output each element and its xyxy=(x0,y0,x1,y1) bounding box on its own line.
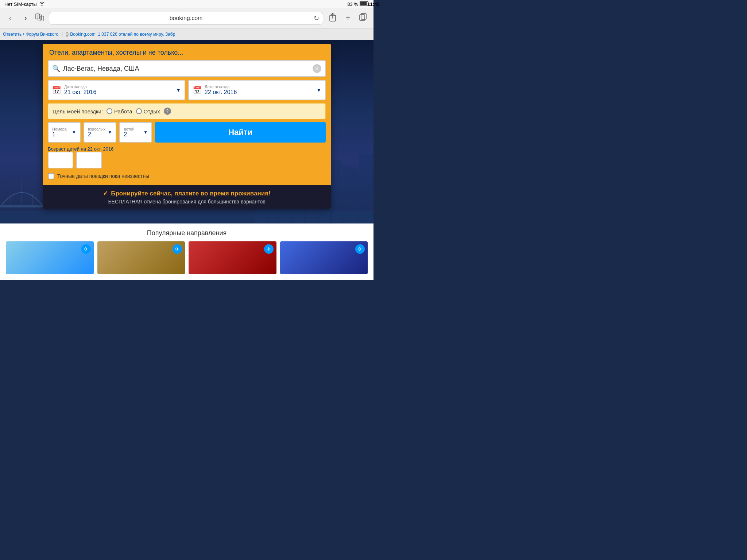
children-age-label: Возраст детей на 22 окт. 2016 xyxy=(48,146,326,152)
browser-toolbar: ‹ › booking.com ↻ + xyxy=(0,8,374,28)
promo-line2: БЕСПЛАТНАЯ отмена бронирования для больш… xyxy=(49,199,324,205)
promo-banner: ✓ Бронируйте сейчас, платите во время пр… xyxy=(43,185,331,209)
promo-main-text: Бронируйте сейчас, платите во время прож… xyxy=(111,190,271,197)
checkout-label: Дата отъезда xyxy=(205,85,313,89)
plane-icon-2: ✈ xyxy=(175,246,179,252)
children-age-section: Возраст детей на 22 окт. 2016 xyxy=(48,145,326,168)
svg-rect-21 xyxy=(343,167,357,225)
destination-card-3[interactable]: ✈ xyxy=(189,241,276,274)
svg-rect-5 xyxy=(38,15,42,20)
status-right: 83 % xyxy=(347,1,369,7)
radio-work-circle xyxy=(107,108,112,114)
adults-content: взрослых 2 xyxy=(88,127,105,138)
checkin-arrow: ▼ xyxy=(176,87,181,93)
checkout-arrow: ▼ xyxy=(316,87,321,93)
adults-arrow: ▼ xyxy=(108,130,112,135)
destinations-grid: ✈ ✈ ✈ ✈ xyxy=(6,241,368,274)
plane-badge-4: ✈ xyxy=(355,244,365,254)
clear-button[interactable]: ✕ xyxy=(313,64,321,73)
url-text: booking.com xyxy=(170,15,203,22)
widget-header: Отели, апартаменты, хостелы и не только.… xyxy=(43,44,331,60)
tab-booking-label: Booking.com: 1 037 026 отелей по всему м… xyxy=(70,32,175,37)
plane-icon-4: ✈ xyxy=(358,246,362,252)
rooms-label: Номера xyxy=(52,127,70,131)
forward-button[interactable]: › xyxy=(20,13,31,23)
help-icon[interactable]: ? xyxy=(164,108,171,115)
svg-rect-13 xyxy=(0,205,47,207)
children-content: детей 2 xyxy=(124,127,141,138)
flexible-dates-label: Точные даты поездки пока неизвестны xyxy=(57,173,149,179)
add-tab-button[interactable]: + xyxy=(342,14,354,22)
svg-point-0 xyxy=(41,5,42,6)
purpose-label: Цель моей поездки: xyxy=(53,108,103,114)
child-age-1[interactable] xyxy=(48,152,73,168)
carrier-label: Нет SIM-карты xyxy=(4,1,37,7)
plane-icon-3: ✈ xyxy=(267,246,271,252)
tabs-overview-button[interactable] xyxy=(357,13,369,23)
tab-forum[interactable]: Ответить • Форум Винского xyxy=(3,32,58,37)
tab-divider: | xyxy=(61,31,63,38)
plane-icon-1: ✈ xyxy=(84,246,88,252)
back-button[interactable]: ‹ xyxy=(4,13,16,23)
adults-label: взрослых xyxy=(88,127,105,131)
wifi-icon xyxy=(39,1,45,7)
destination-card-1[interactable]: ✈ xyxy=(6,241,94,274)
plane-badge-1: ✈ xyxy=(81,244,91,254)
search-widget: Отели, апартаменты, хостелы и не только.… xyxy=(43,44,331,209)
children-dropdown[interactable]: детей 2 ▼ xyxy=(119,122,152,143)
page-background: Отели, апартаменты, хостелы и не только.… xyxy=(0,40,374,280)
checkin-field[interactable]: 📅 Дата заезда 21 окт. 2016 ▼ xyxy=(48,80,185,100)
child-age-2[interactable] xyxy=(76,152,102,168)
svg-rect-6 xyxy=(40,16,44,21)
svg-rect-22 xyxy=(359,154,374,225)
calendar-icon: 📅 xyxy=(52,86,61,94)
calendar-icon-2: 📅 xyxy=(193,86,202,94)
destination-card-2[interactable]: ✈ xyxy=(97,241,185,274)
children-fields xyxy=(48,152,326,168)
checkout-field[interactable]: 📅 Дата отъезда 22 окт. 2016 ▼ xyxy=(188,80,326,100)
svg-rect-20 xyxy=(332,160,341,225)
share-button[interactable] xyxy=(327,12,338,24)
adults-value: 2 xyxy=(88,131,105,138)
status-left: Нет SIM-карты xyxy=(4,1,45,7)
rooms-content: Номера 1 xyxy=(52,127,70,138)
children-arrow: ▼ xyxy=(143,130,148,135)
reload-icon[interactable]: ↻ xyxy=(314,14,319,22)
popular-section: Популярные направления ✈ ✈ ✈ ✈ xyxy=(0,223,374,280)
flexible-dates-row: Точные даты поездки пока неизвестны xyxy=(48,171,326,181)
flexible-dates-checkbox[interactable] xyxy=(48,173,54,179)
destination-card-4[interactable]: ✈ xyxy=(280,241,368,274)
adults-dropdown[interactable]: взрослых 2 ▼ xyxy=(84,122,116,143)
radio-work-label: Работа xyxy=(114,108,132,114)
tab-booking[interactable]: ✕ Booking.com: 1 037 026 отелей по всему… xyxy=(66,32,175,37)
checkout-content: Дата отъезда 22 окт. 2016 xyxy=(205,85,313,96)
radio-work[interactable]: Работа xyxy=(107,108,132,114)
url-bar[interactable]: booking.com ↻ xyxy=(49,12,323,25)
plane-badge-3: ✈ xyxy=(264,244,274,254)
popular-title: Популярные направления xyxy=(6,229,368,237)
radio-rest-label: Отдых xyxy=(144,108,160,114)
destination-field[interactable]: 🔍 ✕ xyxy=(48,60,326,77)
widget-body: 🔍 ✕ 📅 Дата заезда 21 окт. 2016 ▼ 📅 xyxy=(43,60,331,186)
plane-badge-2: ✈ xyxy=(173,244,182,254)
tab-forum-label: Ответить • Форум Винского xyxy=(3,32,58,37)
checkout-value: 22 окт. 2016 xyxy=(205,89,313,96)
checkin-value: 21 окт. 2016 xyxy=(64,89,173,96)
bookmarks-icon[interactable] xyxy=(35,13,45,23)
checkin-label: Дата заезда xyxy=(64,85,173,89)
rooms-dropdown[interactable]: Номера 1 ▼ xyxy=(48,122,81,143)
status-bar: Нет SIM-карты 11:45 83 % xyxy=(0,0,374,8)
children-label: детей xyxy=(124,127,141,131)
rooms-arrow: ▼ xyxy=(72,130,76,135)
radio-rest[interactable]: Отдых xyxy=(136,108,160,114)
rooms-row: Номера 1 ▼ взрослых 2 ▼ детей 2 xyxy=(48,122,326,143)
search-button[interactable]: Найти xyxy=(155,122,326,143)
destination-input[interactable] xyxy=(63,65,310,73)
status-time: 11:45 xyxy=(367,1,374,7)
checkmark-icon: ✓ xyxy=(103,190,108,197)
tab-bar: Ответить • Форум Винского | ✕ Booking.co… xyxy=(0,28,374,40)
svg-rect-4 xyxy=(36,14,39,19)
purpose-row: Цель моей поездки: Работа Отдых ? xyxy=(48,103,326,119)
close-tab-icon[interactable]: ✕ xyxy=(66,32,69,37)
promo-line1: ✓ Бронируйте сейчас, платите во время пр… xyxy=(49,190,324,197)
